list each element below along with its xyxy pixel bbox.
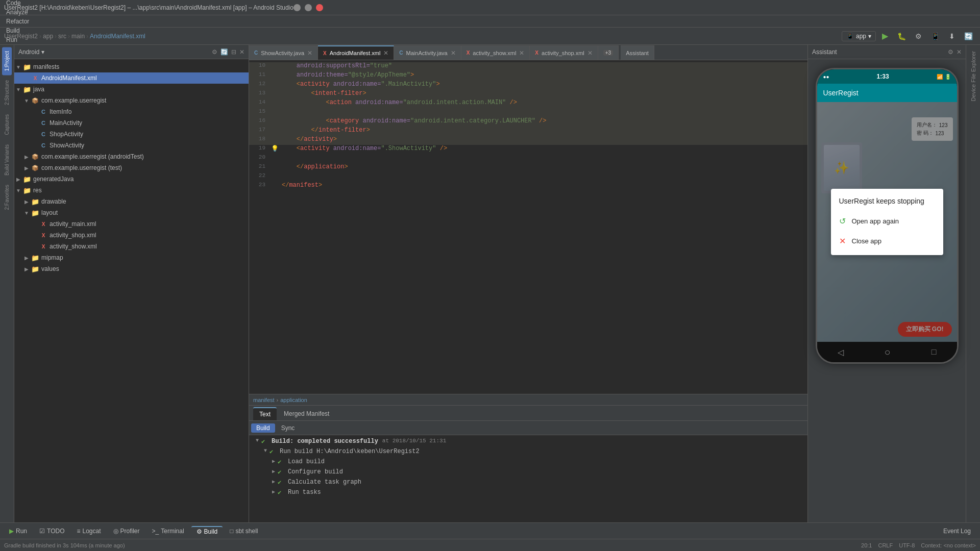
tab-close-icon[interactable]: ✕	[451, 49, 456, 57]
tree-item-activity-main-xml[interactable]: X activity_main.xml	[14, 218, 249, 230]
tree-item-showactivity[interactable]: C ShowActivity	[14, 140, 249, 151]
maximize-btn[interactable]	[305, 4, 312, 11]
tree-item-androidmanifest-xml[interactable]: X AndroidManifest.xml	[14, 72, 249, 84]
tab-close-icon[interactable]: ✕	[307, 49, 312, 57]
terminal-bottom-btn[interactable]: >_ Terminal	[147, 527, 189, 536]
tab-showactivity-java[interactable]: C ShowActivity.java ✕	[249, 45, 318, 60]
tree-item-mainactivity[interactable]: C MainActivity	[14, 117, 249, 129]
window-controls	[293, 4, 323, 11]
breadcrumb-part-0[interactable]: UserRegist2	[4, 33, 38, 40]
tree-item-label: ShowActivity	[50, 142, 84, 149]
tab-close-icon[interactable]: ✕	[383, 49, 388, 57]
build-expand-6[interactable]: ▶	[270, 489, 278, 495]
dialog-overlay: UserRegist keeps stopping ↺ Open app aga…	[817, 102, 957, 342]
tab-mainactivity-java[interactable]: C MainActivity.java ✕	[394, 45, 461, 60]
charset[interactable]: UTF-8	[899, 542, 915, 548]
tree-item-generatedjava[interactable]: ▶ 📁 generatedJava	[14, 173, 249, 185]
tree-item-com-example-userregist[interactable]: ▼ 📦 com.example.userregist	[14, 95, 249, 106]
project-settings-icon[interactable]: ⚙	[212, 48, 217, 56]
assistant-close-icon[interactable]: ✕	[957, 48, 962, 56]
menu-item-code[interactable]: Code	[2, 0, 34, 8]
profiler-bottom-btn[interactable]: ◎ Profiler	[108, 527, 145, 536]
tab-androidmanifest-xml[interactable]: X AndroidManifest.xml ✕	[318, 45, 394, 60]
open-app-again-button[interactable]: ↺ Open app again	[831, 211, 943, 231]
build-tab-sync[interactable]: Sync	[276, 423, 300, 433]
run-button[interactable]: ▶	[879, 30, 891, 42]
project-sync-icon[interactable]: 🔄	[220, 48, 228, 56]
tree-item-label: activity_show.xml	[50, 243, 97, 250]
debug-button[interactable]: 🐛	[894, 31, 909, 42]
sbt-shell-bottom-btn[interactable]: □ sbt shell	[225, 527, 263, 536]
close-app-label: Close app	[852, 237, 882, 245]
tree-item-activity-show-xml[interactable]: X activity_show.xml	[14, 241, 249, 252]
project-collapse-icon[interactable]: ⊟	[231, 48, 236, 56]
tree-item-shopactivity[interactable]: C ShopActivity	[14, 129, 249, 140]
tab-more[interactable]: +3	[598, 45, 619, 60]
breadcrumb-part-2[interactable]: src	[58, 33, 66, 40]
app-run-config[interactable]: 📱 app ▾	[842, 31, 876, 41]
sync-button[interactable]: 🔄	[961, 31, 976, 42]
build-expand-3[interactable]: ▶	[270, 458, 278, 464]
tab-close-icon[interactable]: ✕	[519, 49, 524, 57]
sdk-manager-button[interactable]: ⬇	[946, 31, 958, 42]
tree-item-mipmap[interactable]: ▶ 📁 mipmap	[14, 252, 249, 263]
tab-assistant[interactable]: Assistant	[621, 45, 654, 60]
tree-item-layout[interactable]: ▼ 📁 layout	[14, 207, 249, 218]
line-ending[interactable]: CRLF	[878, 542, 893, 548]
attach-debugger-button[interactable]: ⚙	[912, 31, 925, 42]
logcat-bottom-btn[interactable]: ≡ Logcat	[71, 527, 106, 536]
tree-item-values[interactable]: ▶ 📁 values	[14, 263, 249, 274]
build-expand-4[interactable]: ▶	[270, 468, 278, 474]
tab-merged-manifest[interactable]: Merged Manifest	[278, 407, 335, 420]
breadcrumb-part-4[interactable]: AndroidManifest.xml	[90, 33, 145, 40]
structure-vtab[interactable]: 2:Structure	[2, 76, 12, 109]
cursor-position[interactable]: 20:1	[861, 542, 872, 548]
assistant-settings-icon[interactable]: ⚙	[948, 48, 953, 56]
build-tab-build[interactable]: Build	[251, 423, 275, 433]
close-btn[interactable]	[316, 4, 323, 11]
tab-close-icon[interactable]: ✕	[587, 49, 593, 57]
back-button[interactable]: ◁	[838, 347, 844, 357]
breadcrumb-manifest[interactable]: manifest	[253, 397, 275, 403]
run-bottom-btn[interactable]: ▶ Run	[4, 527, 32, 536]
recents-button[interactable]: □	[932, 347, 937, 357]
tree-item-label: ShopActivity	[50, 131, 83, 138]
project-close-icon[interactable]: ✕	[239, 48, 244, 56]
favorites-vtab[interactable]: 2:Favorites	[2, 181, 12, 214]
menu-item-refactor[interactable]: Refactor	[2, 17, 34, 26]
todo-bottom-btn[interactable]: ☑ TODO	[34, 527, 69, 536]
build-expand-5[interactable]: ▶	[270, 479, 278, 485]
tree-item-activity-shop-xml[interactable]: X activity_shop.xml	[14, 230, 249, 241]
breadcrumb-part-1[interactable]: app	[43, 33, 53, 40]
build-bottom-btn[interactable]: ⚙ Build	[191, 526, 223, 536]
close-app-button[interactable]: ✕ Close app	[831, 231, 943, 251]
close-x-icon: ✕	[839, 236, 846, 246]
device-file-explorer-vtab[interactable]: Device File Explorer	[968, 47, 978, 105]
code-line-15: 15	[249, 108, 807, 117]
tree-item-label: com.example.userregist (androidTest)	[41, 153, 144, 160]
tree-item-java[interactable]: ▼ 📁 java	[14, 84, 249, 95]
avd-button[interactable]: 📱	[928, 31, 943, 42]
code-editor[interactable]: 10 android:supportsRtl="true" 11 android…	[249, 60, 807, 394]
breadcrumb-part-3[interactable]: main	[71, 33, 85, 40]
captures-vtab[interactable]: Captures	[2, 110, 12, 139]
tree-item-com-example-userregist--androidtest-[interactable]: ▶ 📦 com.example.userregist (androidTest)	[14, 151, 249, 162]
breadcrumb-application[interactable]: application	[280, 397, 307, 403]
build-variants-vtab[interactable]: Build Variants	[2, 140, 12, 180]
tree-item-res[interactable]: ▼ 📁 res	[14, 185, 249, 196]
project-vtab[interactable]: 1:Project	[2, 47, 12, 75]
build-expand-1[interactable]: ▼	[253, 438, 261, 443]
tab-activity-show-xml[interactable]: X activity_show.xml ✕	[461, 45, 530, 60]
tab-activity-shop-xml[interactable]: X activity_shop.xml ✕	[530, 45, 598, 60]
build-expand-2[interactable]: ▼	[261, 448, 270, 454]
tree-item-manifests[interactable]: ▼ 📁 manifests	[14, 61, 249, 72]
menu-item-analyze[interactable]: Analyze	[2, 8, 34, 17]
editor-tabs-bar: C ShowActivity.java ✕ X AndroidManifest.…	[249, 45, 807, 60]
tree-item-iteminfo[interactable]: C ItemInfo	[14, 106, 249, 117]
minimize-btn[interactable]	[293, 4, 301, 11]
tree-item-drawable[interactable]: ▶ 📁 drawable	[14, 196, 249, 207]
event-log-btn[interactable]: Event Log	[938, 527, 976, 536]
home-button[interactable]: ○	[885, 346, 891, 358]
tab-text[interactable]: Text	[253, 407, 277, 420]
tree-item-com-example-userregist--test-[interactable]: ▶ 📦 com.example.userregist (test)	[14, 162, 249, 173]
